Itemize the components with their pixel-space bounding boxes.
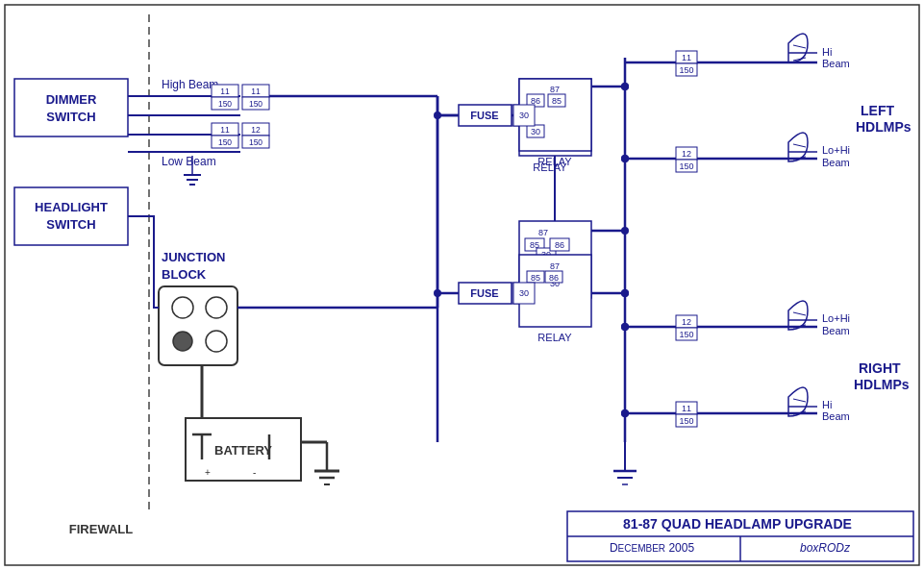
svg-text:+: +	[205, 467, 211, 478]
svg-text:150: 150	[218, 137, 232, 147]
junction-block-body	[159, 286, 237, 365]
jb-label2: BLOCK	[162, 267, 207, 282]
svg-text:12: 12	[251, 125, 261, 135]
hi-beam-left-label1: Hi	[822, 46, 832, 58]
svg-text:85: 85	[552, 96, 562, 106]
svg-point-70	[172, 297, 193, 318]
svg-text:150: 150	[249, 137, 262, 147]
svg-point-139	[621, 83, 629, 90]
lohi-left-label1: Lo+Hi	[822, 144, 850, 156]
fuse1-text: FUSE	[470, 110, 498, 121]
headlight-label1: HEADLIGHT	[35, 200, 108, 214]
lohi-right-label1: Lo+Hi	[822, 312, 850, 324]
svg-text:11: 11	[220, 125, 230, 135]
battery-label: BATTERY	[214, 443, 272, 458]
svg-point-72	[173, 332, 192, 351]
svg-text:11: 11	[682, 404, 691, 413]
svg-text:30: 30	[519, 111, 529, 120]
svg-text:11: 11	[220, 87, 230, 96]
high-beam-text: High Beam	[162, 78, 218, 91]
svg-text:30: 30	[519, 288, 529, 298]
svg-text:150: 150	[679, 330, 693, 339]
left-hdlmps-label1: LEFT	[861, 103, 894, 118]
right-hdlmps-label1: RIGHT	[859, 360, 901, 376]
svg-text:87: 87	[538, 228, 548, 237]
svg-text:150: 150	[249, 99, 262, 109]
right-hdlmps-label2: HDLMPs	[854, 377, 910, 392]
svg-text:86: 86	[549, 273, 559, 283]
low-beam-text: Low Beam	[162, 155, 216, 168]
svg-point-73	[206, 331, 227, 352]
svg-text:150: 150	[679, 416, 693, 426]
svg-text:12: 12	[682, 149, 691, 159]
svg-point-71	[206, 297, 227, 318]
lohi-right-label2: Beam	[822, 325, 850, 336]
fuse2-text: FUSE	[470, 287, 498, 299]
left-hdlmps-label2: HDLMPs	[856, 119, 912, 135]
svg-point-159	[434, 112, 441, 119]
dimmer-label1: DIMMER	[46, 92, 97, 107]
svg-point-93	[621, 227, 629, 235]
jb-label1: JUNCTION	[162, 250, 225, 264]
dimmer-label2: SWITCH	[46, 110, 95, 124]
firewall-label: FIREWALL	[69, 522, 133, 536]
dimmer-switch-rect	[14, 79, 128, 136]
hi-right-label1: Hi	[822, 399, 832, 410]
relay1-text: RELAY	[537, 156, 572, 167]
svg-text:150: 150	[679, 65, 693, 75]
svg-point-143	[621, 409, 629, 417]
svg-point-160	[434, 289, 441, 297]
svg-text:11: 11	[682, 53, 691, 62]
headlight-switch-rect	[14, 187, 128, 245]
hi-beam-left-label2: Beam	[822, 58, 850, 69]
svg-point-141	[621, 323, 629, 331]
svg-text:-: -	[253, 467, 256, 478]
svg-text:30: 30	[531, 127, 540, 136]
relay2-text: RELAY	[537, 332, 572, 343]
svg-text:150: 150	[218, 99, 232, 109]
title-date: DECEMBER 2005	[610, 541, 694, 555]
lohi-left-label2: Beam	[822, 157, 850, 168]
title-main: 81-87 QUAD HEADLAMP UPGRADE	[623, 516, 852, 532]
hi-right-label2: Beam	[822, 410, 850, 422]
svg-text:150: 150	[679, 161, 693, 171]
title-author: boxRODz	[800, 541, 851, 555]
svg-point-140	[621, 155, 629, 162]
svg-text:87: 87	[550, 261, 560, 271]
svg-text:87: 87	[550, 85, 560, 94]
svg-text:11: 11	[251, 87, 261, 96]
headlight-label2: SWITCH	[46, 217, 95, 232]
svg-text:12: 12	[682, 317, 691, 327]
wiring-diagram: FIREWALL DIMMER SWITCH HEADLIGHT SWITCH …	[0, 0, 924, 570]
svg-text:86: 86	[555, 240, 564, 250]
svg-text:85: 85	[531, 273, 540, 283]
